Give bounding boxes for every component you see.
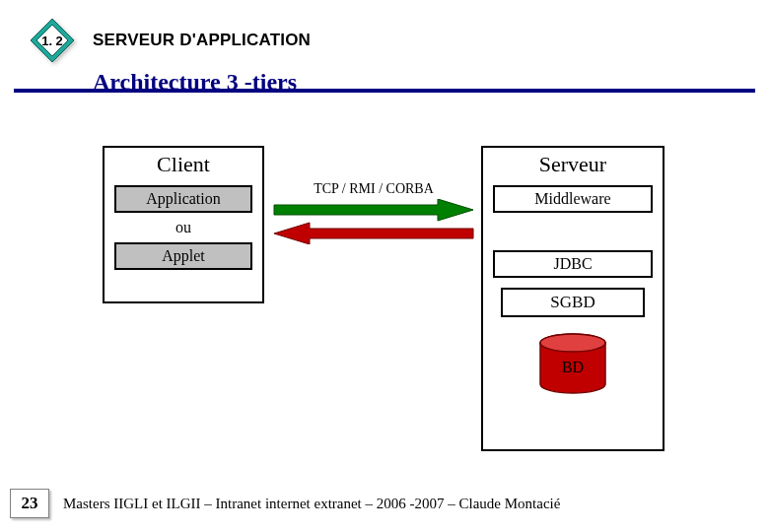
page-number: 23: [10, 489, 49, 518]
section-label: SERVEUR D'APPLICATION: [93, 31, 311, 50]
slide-header: 1. 2 SERVEUR D'APPLICATION Architecture …: [30, 18, 749, 96]
slide-footer: 23 Masters IIGLI et ILGII – Intranet int…: [0, 489, 769, 518]
bidirectional-arrow-icon: [270, 199, 477, 244]
section-number: 1. 2: [41, 33, 63, 48]
svg-point-5: [540, 334, 605, 352]
client-applet: Applet: [114, 242, 252, 270]
architecture-diagram: Client Application ou Applet TCP / RMI /…: [0, 146, 769, 461]
server-middleware: Middleware: [493, 185, 653, 213]
client-separator: ou: [105, 219, 262, 236]
server-jdbc: JDBC: [493, 250, 653, 278]
section-diamond-icon: 1. 2: [30, 18, 75, 63]
client-title: Client: [105, 152, 262, 177]
svg-marker-2: [274, 199, 473, 221]
database-icon: BD: [538, 333, 607, 394]
protocol-arrows: TCP / RMI / CORBA: [270, 181, 477, 248]
protocol-label: TCP / RMI / CORBA: [270, 181, 477, 197]
server-title: Serveur: [483, 152, 663, 177]
section-row: 1. 2 SERVEUR D'APPLICATION: [30, 18, 749, 63]
server-box: Serveur Middleware JDBC SGBD BD: [481, 146, 664, 451]
client-application: Application: [114, 185, 252, 213]
server-sgbd: SGBD: [501, 288, 645, 317]
client-box: Client Application ou Applet: [103, 146, 264, 303]
title-divider: [14, 89, 755, 93]
database-label: BD: [562, 359, 584, 375]
svg-marker-3: [274, 223, 473, 244]
footer-text: Masters IIGLI et ILGII – Intranet intern…: [63, 496, 560, 512]
